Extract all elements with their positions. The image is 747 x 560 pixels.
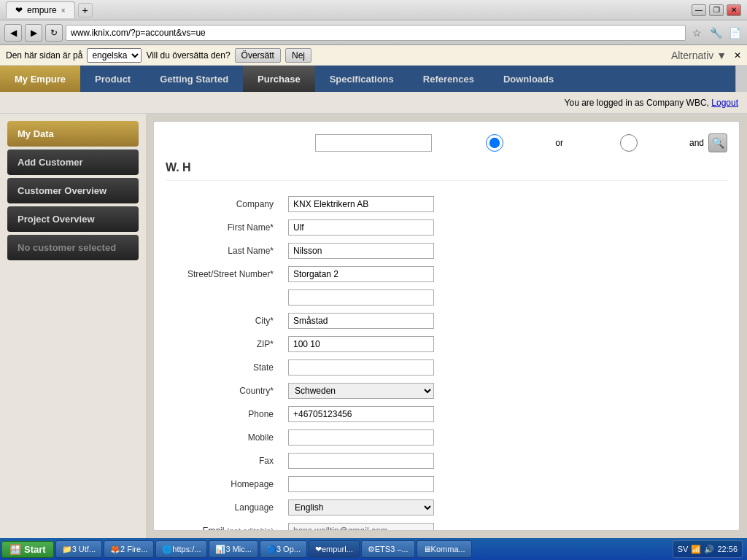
city-input[interactable] — [288, 313, 434, 329]
nav-getting-started[interactable]: Getting Started — [145, 66, 243, 92]
nav-references[interactable]: References — [409, 66, 489, 92]
country-select[interactable]: Schweden Deutschland United Kingdom Fran… — [288, 383, 434, 399]
form-title: W. H — [166, 161, 727, 181]
zip-label: ZIP* — [166, 332, 282, 356]
language-label: Language — [166, 496, 282, 519]
radio-or-label[interactable]: or — [436, 134, 563, 152]
form-row-language: Language English Deutsch Svenska Françai… — [166, 496, 727, 519]
no-translate-button[interactable]: Nej — [285, 48, 311, 63]
minimize-button[interactable]: — — [692, 4, 706, 16]
nav-my-empure[interactable]: My Empure — [0, 66, 80, 92]
maximize-button[interactable]: ❐ — [709, 4, 724, 16]
taskbar-item-1[interactable]: 🦊 2 Fire... — [104, 540, 154, 558]
browser-tab[interactable]: ❤ empure × — [6, 1, 75, 18]
state-input[interactable] — [288, 359, 434, 376]
page-icon[interactable]: 📄 — [727, 25, 743, 41]
taskbar-item-6[interactable]: ⚙ ETS3 –... — [361, 540, 415, 558]
form-row-lastname: Last Name* — [166, 239, 727, 262]
translation-text2: Vill du översätta den? — [146, 50, 230, 61]
login-text: You are logged in as Company WBC, — [565, 98, 709, 108]
taskbar-item-5[interactable]: ❤ empurl... — [309, 540, 360, 558]
browser-titlebar: ❤ empure × + — ❐ ✕ — [0, 0, 747, 20]
translation-close-icon[interactable]: ✕ — [734, 50, 741, 61]
taskbar-op-icon: 🔵 — [266, 545, 276, 554]
close-window-button[interactable]: ✕ — [727, 4, 741, 16]
my-data-button[interactable]: My Data — [7, 121, 139, 147]
start-button[interactable]: 🪟 Start — [1, 541, 54, 558]
back-button[interactable]: ◀ — [4, 24, 22, 42]
clock: 22:56 — [717, 545, 738, 553]
taskbar: 🪟 Start 📁 3 Utf... 🦊 2 Fire... 🌐 https:/… — [0, 538, 747, 560]
taskbar-item-2[interactable]: 🌐 https:/... — [155, 540, 207, 558]
company-input[interactable] — [288, 196, 434, 212]
search-radio-group: or and — [436, 134, 704, 152]
add-customer-button[interactable]: Add Customer — [7, 149, 139, 175]
address-bar[interactable] — [66, 25, 686, 41]
translation-language-select[interactable]: engelska — [87, 48, 142, 63]
taskbar-office-icon: 📊 — [215, 545, 225, 554]
street2-input[interactable] — [288, 289, 434, 306]
top-info-bar: You are logged in as Company WBC, Logout — [0, 92, 747, 114]
network-icon: 📶 — [691, 545, 701, 554]
taskbar-ets-icon: ⚙ — [368, 545, 375, 554]
project-overview-button[interactable]: Project Overview — [7, 206, 139, 232]
sidebar: My Data Add Customer Customer Overview P… — [0, 114, 146, 538]
first-name-input[interactable] — [288, 219, 434, 236]
search-icon: 🔍 — [712, 137, 724, 149]
taskbar-komma-icon: 🖥 — [423, 545, 431, 553]
taskbar-item-3[interactable]: 📊 3 Mic... — [209, 540, 258, 558]
nav-product[interactable]: Product — [80, 66, 145, 92]
translation-text1: Den här sidan är på — [6, 50, 82, 61]
form-row-fax: Fax — [166, 449, 727, 472]
taskbar-item-4[interactable]: 🔵 3 Op... — [260, 540, 307, 558]
bookmark-icon[interactable]: ☆ — [689, 25, 705, 41]
form-row-email: Email (not editable) — [166, 519, 727, 531]
wrench-icon[interactable]: 🔧 — [708, 25, 724, 41]
taskbar-item-0[interactable]: 📁 3 Utf... — [55, 540, 102, 558]
country-label: Country* — [166, 379, 282, 402]
taskbar-firefox-icon: 🦊 — [110, 545, 120, 554]
last-name-label: Last Name* — [166, 239, 282, 262]
search-bar: or and 🔍 — [166, 133, 727, 152]
radio-or[interactable] — [436, 134, 553, 152]
taskbar-item-7[interactable]: 🖥 Komma... — [417, 540, 472, 558]
new-tab-button[interactable]: + — [78, 3, 93, 18]
taskbar-right: SV 📶 🔊 22:56 — [673, 540, 746, 558]
fax-label: Fax — [166, 449, 282, 472]
radio-and[interactable] — [570, 134, 687, 152]
last-name-input[interactable] — [288, 243, 434, 259]
nav-scrollbar — [735, 66, 747, 92]
translation-options[interactable]: Alternativ ▼ — [671, 50, 727, 61]
nav-specifications[interactable]: Specifications — [315, 66, 409, 92]
form-row-zip: ZIP* — [166, 332, 727, 356]
tab-title: empure — [27, 5, 57, 15]
mobile-label: Mobile — [166, 426, 282, 449]
form-row-company: Company — [166, 192, 727, 216]
customer-overview-button[interactable]: Customer Overview — [7, 178, 139, 203]
window-controls: — ❐ ✕ — [692, 4, 741, 16]
language-select[interactable]: English Deutsch Svenska Français — [288, 499, 434, 516]
homepage-input[interactable] — [288, 476, 434, 492]
street-input[interactable] — [288, 266, 434, 282]
search-button[interactable]: 🔍 — [708, 133, 727, 152]
fax-input[interactable] — [288, 453, 434, 469]
company-label: Company — [166, 192, 282, 216]
street-label: Street/Street Number* — [166, 262, 282, 286]
nav-purchase[interactable]: Purchase — [243, 66, 315, 92]
radio-and-label[interactable]: and — [570, 134, 704, 152]
refresh-button[interactable]: ↻ — [45, 24, 63, 42]
zip-input[interactable] — [288, 336, 434, 352]
nav-downloads[interactable]: Downloads — [489, 66, 568, 92]
forward-button[interactable]: ▶ — [25, 24, 42, 42]
first-name-label: First Name* — [166, 216, 282, 239]
tab-favicon: ❤ — [15, 5, 23, 15]
logout-link[interactable]: Logout — [711, 98, 738, 108]
translate-button[interactable]: Översätt — [235, 48, 281, 63]
form-row-street: Street/Street Number* — [166, 262, 727, 286]
mobile-input[interactable] — [288, 429, 434, 446]
search-input[interactable] — [315, 134, 432, 152]
phone-input[interactable] — [288, 406, 434, 422]
close-tab-button[interactable]: × — [61, 7, 66, 15]
form-row-mobile: Mobile — [166, 426, 727, 449]
taskbar-browser-icon: 🌐 — [162, 545, 172, 554]
